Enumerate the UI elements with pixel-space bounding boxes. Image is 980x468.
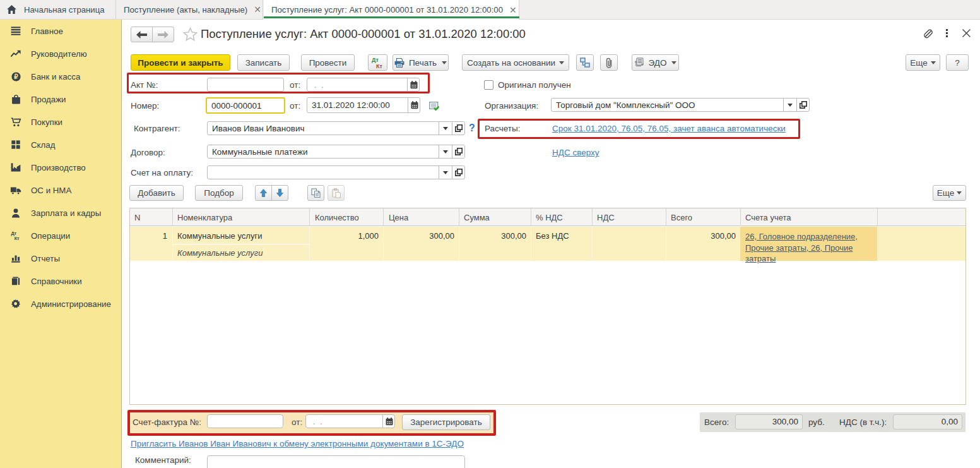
svg-text:Дт: Дт xyxy=(372,57,379,63)
svg-text:₽: ₽ xyxy=(14,73,18,80)
svg-text:Кт: Кт xyxy=(15,236,20,241)
svg-text:Кт: Кт xyxy=(376,63,382,69)
